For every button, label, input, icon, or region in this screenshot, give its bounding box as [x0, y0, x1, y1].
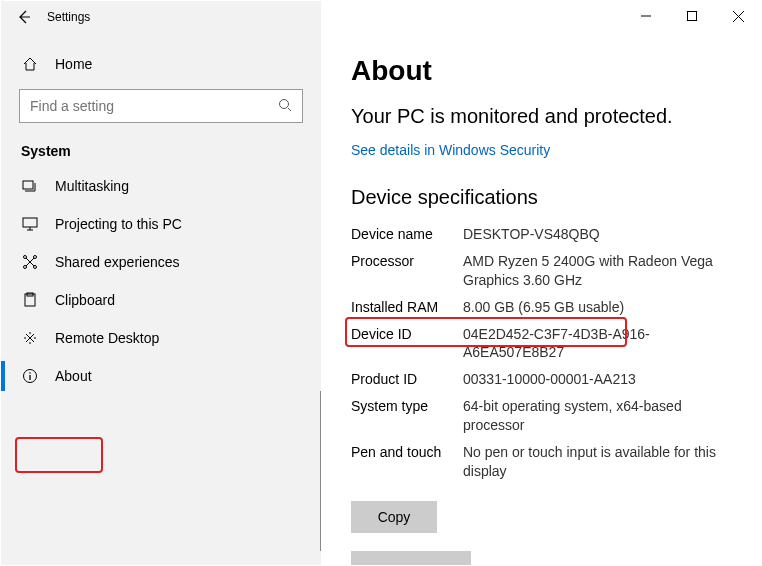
protected-text: Your PC is monitored and protected. [351, 105, 739, 128]
spec-row-device-id: Device ID 04E2D452-C3F7-4D3B-A916-A6EA50… [351, 325, 739, 363]
nav-projecting[interactable]: Projecting to this PC [1, 205, 321, 243]
nav-label: About [55, 368, 92, 384]
search-input[interactable] [30, 98, 278, 114]
settings-window: Settings Home System [0, 0, 762, 566]
back-button[interactable] [9, 2, 39, 32]
spec-row-device-name: Device name DESKTOP-VS48QBQ [351, 225, 739, 244]
spec-row-product-id: Product ID 00331-10000-00001-AA213 [351, 370, 739, 389]
about-icon [21, 367, 39, 385]
page-title: About [351, 55, 739, 87]
spec-label: System type [351, 397, 463, 435]
spec-label: Processor [351, 252, 463, 290]
truncated-button[interactable] [351, 551, 471, 565]
back-arrow-icon [16, 9, 32, 25]
window-title: Settings [39, 10, 90, 24]
nav-label: Multitasking [55, 178, 129, 194]
home-label: Home [55, 56, 92, 72]
svg-rect-2 [23, 181, 33, 189]
spec-value: 64-bit operating system, x64-based proce… [463, 397, 739, 435]
spec-label: Device name [351, 225, 463, 244]
nav-multitasking[interactable]: Multitasking [1, 167, 321, 205]
nav-clipboard[interactable]: Clipboard [1, 281, 321, 319]
svg-point-11 [29, 372, 31, 374]
nav-remote[interactable]: Remote Desktop [1, 319, 321, 357]
search-box[interactable] [19, 89, 303, 123]
spec-row-processor: Processor AMD Ryzen 5 2400G with Radeon … [351, 252, 739, 290]
home-nav[interactable]: Home [1, 45, 321, 83]
svg-rect-3 [23, 218, 37, 227]
device-spec-title: Device specifications [351, 186, 739, 209]
remote-icon [21, 329, 39, 347]
copy-button[interactable]: Copy [351, 501, 437, 533]
main-content: About Your PC is monitored and protected… [321, 1, 761, 565]
spec-value: AMD Ryzen 5 2400G with Radeon Vega Graph… [463, 252, 739, 290]
nav-label: Shared experiences [55, 254, 180, 270]
home-icon [21, 55, 39, 73]
spec-row-ram: Installed RAM 8.00 GB (6.95 GB usable) [351, 298, 739, 317]
scroll-indicator[interactable] [320, 391, 321, 551]
nav-label: Projecting to this PC [55, 216, 182, 232]
spec-value: DESKTOP-VS48QBQ [463, 225, 739, 244]
nav-shared[interactable]: Shared experiences [1, 243, 321, 281]
svg-point-1 [280, 99, 289, 108]
spec-row-pen-touch: Pen and touch No pen or touch input is a… [351, 443, 739, 481]
search-icon [278, 98, 292, 115]
spec-label: Installed RAM [351, 298, 463, 317]
spec-label: Device ID [351, 325, 463, 363]
spec-value: 00331-10000-00001-AA213 [463, 370, 739, 389]
nav-about[interactable]: About [1, 357, 321, 395]
category-title: System [1, 137, 321, 167]
security-link[interactable]: See details in Windows Security [351, 142, 550, 158]
spec-value: No pen or touch input is available for t… [463, 443, 739, 481]
nav-label: Remote Desktop [55, 330, 159, 346]
shared-icon [21, 253, 39, 271]
projecting-icon [21, 215, 39, 233]
clipboard-icon [21, 291, 39, 309]
title-bar: Settings [1, 1, 761, 33]
multitasking-icon [21, 177, 39, 195]
spec-value: 8.00 GB (6.95 GB usable) [463, 298, 739, 317]
spec-row-system-type: System type 64-bit operating system, x64… [351, 397, 739, 435]
spec-value: 04E2D452-C3F7-4D3B-A916-A6EA507E8B27 [463, 325, 739, 363]
nav-label: Clipboard [55, 292, 115, 308]
spec-label: Product ID [351, 370, 463, 389]
sidebar: Home System Multitasking Projecting to t… [1, 1, 321, 565]
spec-label: Pen and touch [351, 443, 463, 481]
